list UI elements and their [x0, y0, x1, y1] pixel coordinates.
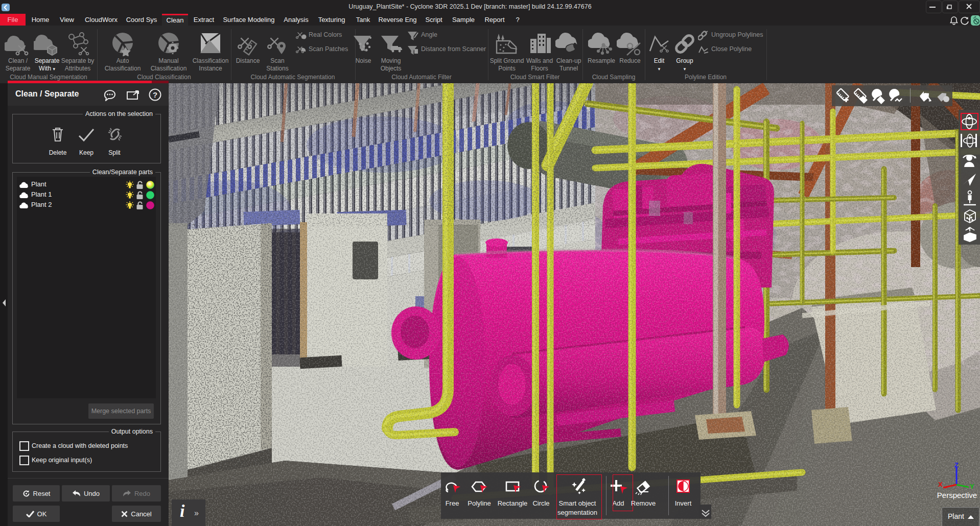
- svg-text:Z: Z: [954, 461, 959, 469]
- svg-text:?: ?: [153, 90, 157, 99]
- svg-text:X: X: [938, 481, 943, 488]
- svg-text:Y: Y: [970, 483, 974, 490]
